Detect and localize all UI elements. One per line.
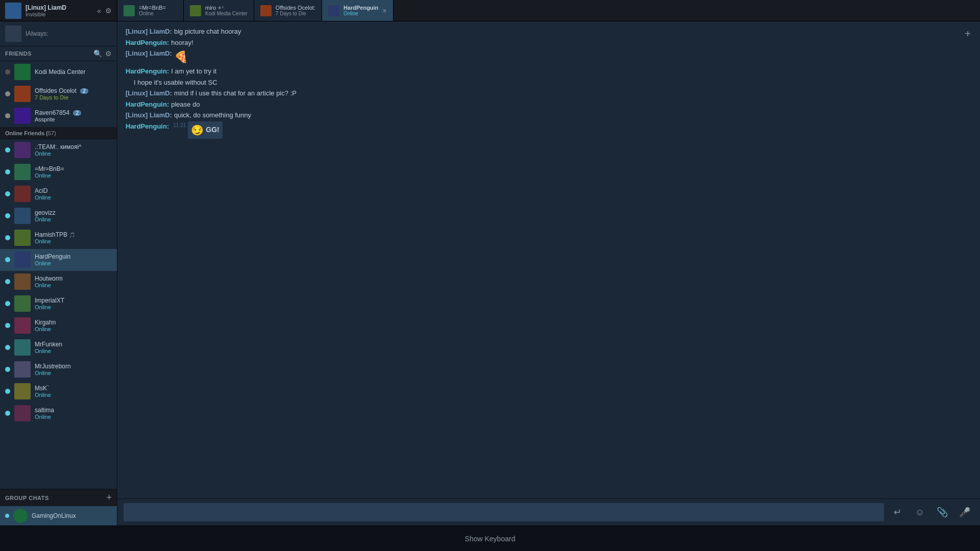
keyboard-bar[interactable]: Show Keyboard [0, 525, 980, 551]
friend-avatar-offsides [14, 86, 31, 102]
status-indicator-mr [5, 169, 10, 174]
friend-item-kir[interactable]: Kirgahn Online [0, 315, 117, 337]
friend-status-saltima: Online [35, 414, 112, 420]
group-chats-header[interactable]: GROUP CHATS + [0, 489, 117, 506]
msg-sender-2: HardPenguin: [126, 38, 169, 48]
friend-name-saltima: saltima [35, 407, 112, 414]
tab-close-icon[interactable]: × [382, 7, 386, 15]
status-indicator-hout [5, 279, 10, 284]
status-indicator-hardpenguin [5, 257, 10, 262]
message-5: I hope it's usable without SC [126, 78, 972, 88]
friend-item-imperial[interactable]: ImperialXT Online [0, 293, 117, 315]
friend-avatar-imperial [14, 295, 31, 312]
friend-status-msk: Online [35, 392, 112, 398]
tab-offsides-name: Offsides Ocelot: [276, 5, 315, 11]
keyboard-label: Show Keyboard [465, 535, 516, 543]
friend-item-geo[interactable]: geovizz Online [0, 205, 117, 227]
friend-item-raven[interactable]: Raven67854 2 Assprite [0, 105, 117, 127]
friend-item-mr[interactable]: =Mr=BnB= Online [0, 161, 117, 183]
friend-item-hardpenguin[interactable]: HardPenguin Online [0, 249, 117, 271]
tab-avatar-miro [190, 5, 201, 16]
friends-title: FRIENDS [5, 51, 90, 57]
tab-hardpenguin[interactable]: HardPenguin Online × [322, 0, 394, 21]
msg-sender-8: [Linux] LiamD: [126, 110, 172, 120]
friend-item-acid[interactable]: AciD Online [0, 183, 117, 205]
friend-name-raven: Raven67854 2 [35, 109, 112, 116]
friend-avatar-raven [14, 108, 31, 124]
tab-hardpenguin-name: HardPenguin [344, 5, 378, 11]
friend-status-kir: Online [35, 326, 112, 332]
online-friends-count: 57 [48, 130, 54, 136]
search-icon[interactable]: 🔍 [93, 49, 102, 58]
status-indicator-msk [5, 389, 10, 394]
group-chat-name: GamingOnLinux [32, 512, 76, 519]
message-4: HardPenguin: I am yet to try it [126, 66, 972, 77]
friend-name-mrfun: MrFunken [35, 341, 112, 348]
msg-text-5: I hope it's usable without SC [134, 78, 217, 88]
friend-item-offsides[interactable]: Offsides Ocelot 2 7 Days to Die [0, 83, 117, 105]
group-chats-section: GROUP CHATS + GamingOnLinux [0, 489, 117, 525]
tab-mr-status: Online [139, 11, 166, 16]
friend-status-mrjust: Online [35, 370, 112, 376]
chat-messages: [Linux] LiamD: big picture chat hooray H… [117, 21, 980, 498]
group-chat-item-gol[interactable]: GamingOnLinux [0, 506, 117, 525]
online-friends-label: Online Friends ( [5, 130, 48, 136]
gear-icon[interactable]: ⚙ [105, 7, 112, 15]
friend-item-kodi[interactable]: Kodi Media Center [0, 61, 117, 83]
always-avatar [5, 26, 21, 42]
friend-item-msk[interactable]: MsK` Online [0, 381, 117, 403]
status-indicator-saltima [5, 411, 10, 416]
tab-miro[interactable]: miro ✈² Kodi Media Center [184, 0, 254, 21]
msg-sender-4: HardPenguin: [126, 66, 169, 77]
status-indicator-hamish [5, 235, 10, 240]
msg-sender-1: [Linux] LiamD: [126, 27, 172, 37]
always-item[interactable]: IAlways: [5, 26, 112, 42]
friend-name-hamish: HamishTPB 🎵 [35, 231, 112, 238]
enter-button[interactable]: ↵ [888, 503, 906, 521]
friends-gear-icon[interactable]: ⚙ [105, 49, 112, 58]
friend-name-team: .:TEAM:. кимояi^ [35, 143, 112, 151]
friend-item-team[interactable]: .:TEAM:. кимояi^ Online [0, 139, 117, 161]
friend-status-team: Online [35, 151, 112, 157]
user-avatar [5, 3, 21, 19]
friend-item-mrfun[interactable]: MrFunken Online [0, 337, 117, 359]
msg-gg-emoji: 😏 GG! [188, 121, 222, 139]
msg-sender-9: HardPenguin: [126, 121, 169, 132]
friend-item-hamish[interactable]: HamishTPB 🎵 Online [0, 227, 117, 249]
tab-offsides[interactable]: Offsides Ocelot: 7 Days to Die [254, 0, 322, 21]
status-indicator-kir [5, 323, 10, 328]
tab-miro-name: miro ✈² [205, 5, 248, 11]
status-indicator-kodi [5, 69, 10, 74]
group-chats-title: GROUP CHATS [5, 495, 106, 501]
friend-item-saltima[interactable]: saltima Online [0, 403, 117, 424]
sidebar: IAlways: FRIENDS 🔍 ⚙ Kodi Media Center [0, 21, 117, 525]
friend-name-geo: geovizz [35, 209, 112, 216]
msg-time-9: 11:21 [173, 121, 186, 129]
message-1: [Linux] LiamD: big picture chat hooray [126, 27, 972, 37]
friend-avatar-kir [14, 317, 31, 334]
chat-area: + [Linux] LiamD: big picture chat hooray… [117, 21, 980, 525]
friend-status-geo: Online [35, 216, 112, 222]
mic-button[interactable]: 🎤 [955, 503, 974, 521]
chat-add-button[interactable]: + [961, 27, 975, 41]
status-indicator-geo [5, 213, 10, 218]
msg-sender-6: [Linux] LiamD: [126, 88, 172, 98]
group-chats-add-icon[interactable]: + [106, 492, 112, 503]
notif-badge-raven: 2 [73, 110, 81, 116]
friend-avatar-kodi [14, 64, 31, 80]
message-8: [Linux] LiamD: quick, do something funny [126, 110, 972, 120]
attach-button[interactable]: 📎 [933, 503, 951, 521]
chat-input[interactable] [124, 503, 884, 521]
friend-avatar-hardpenguin [14, 252, 31, 268]
message-6: [Linux] LiamD: mind if i use this chat f… [126, 88, 972, 98]
friend-avatar-acid [14, 186, 31, 202]
message-7: HardPenguin: please do [126, 99, 972, 110]
always-section: IAlways: [0, 21, 117, 46]
emoji-button[interactable]: ☺ [911, 503, 929, 521]
collapse-icon[interactable]: « [97, 7, 101, 15]
tab-mr[interactable]: =Mr=BnB= Online [117, 0, 184, 21]
friend-item-hout[interactable]: Houtworm Online [0, 271, 117, 293]
friend-name-hout: Houtworm [35, 275, 112, 282]
friend-item-mrjust[interactable]: MrJustreborn Online [0, 359, 117, 381]
tab-miro-status: Kodi Media Center [205, 11, 248, 16]
